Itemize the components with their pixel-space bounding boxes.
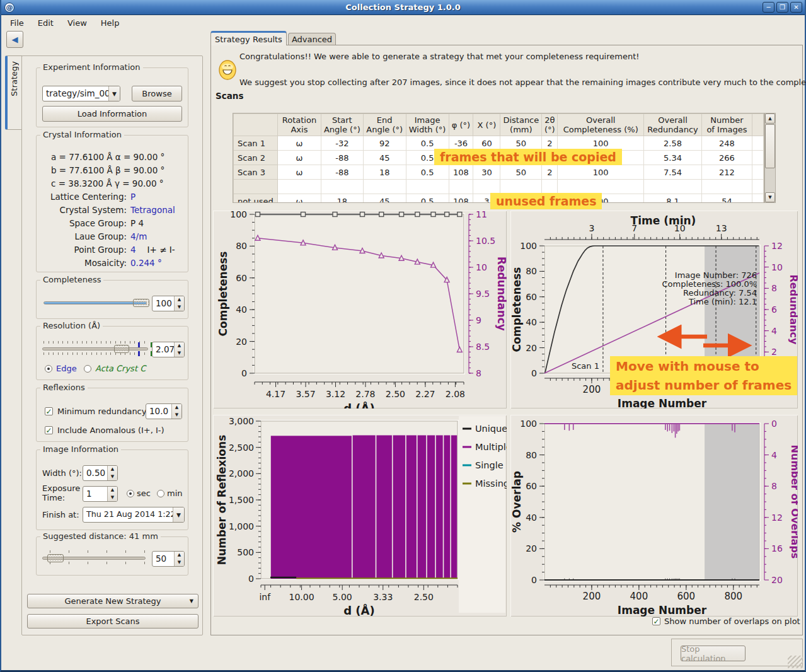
svg-text:20: 20 [526,343,537,353]
tab-strategy[interactable]: Strategy [5,55,22,130]
table-cell: 54 [702,194,752,204]
edge-radio-label[interactable]: Edge [56,364,77,373]
svg-text:Redundancy: 7.54: Redundancy: 7.54 [683,288,757,298]
svg-text:80: 80 [526,450,537,460]
distance-slider-handle[interactable] [47,554,64,562]
chevron-down-icon[interactable]: ▼ [173,507,184,522]
svg-text:8: 8 [476,368,481,378]
sec-radio-label[interactable]: sec [137,489,151,498]
table-row[interactable]: Scan 3ω-88180.5108305021007.54212 [234,165,764,180]
sec-radio[interactable] [127,490,134,497]
table-cell [321,180,363,194]
spin-arrows-icon[interactable]: ▲▼ [107,487,117,501]
exposure-spinbox[interactable]: 1 ▲▼ [83,486,118,502]
scans-heading: Scans [216,91,243,101]
width-label: Width (°): [42,468,82,478]
resolution-slider-track[interactable] [42,347,148,350]
acta-cryst-radio[interactable] [84,365,91,373]
resolution-spinbox[interactable]: 2.07 ▲▼ [152,342,185,357]
experiment-file-combo[interactable]: trategy/sim_001.x ▼ [42,86,120,101]
generate-new-strategy-button[interactable]: Generate New Strategy ▼ [27,594,199,608]
table-cell: 18 [363,165,406,180]
svg-text:9: 9 [476,315,481,325]
table-cell: 5.34 [644,151,702,165]
finish-at-label: Finish at: [42,510,79,519]
table-cell [752,136,763,151]
table-cell: 108 [449,194,473,204]
title-bar[interactable]: @ Collection Strategy 1.0.0 ─ ❐ ✕ [1,0,805,15]
group-title: Crystal Information [40,130,124,139]
scans-table-scrollbar[interactable]: ▲ ▼ [764,113,776,203]
annotation-unused-frames: unused frames [490,193,602,209]
smiley-icon [219,60,236,80]
min-radio[interactable] [157,490,164,497]
group-title: Suggested distance: 41 mm [40,531,161,541]
spin-arrows-icon[interactable]: ▲▼ [174,296,184,311]
scrollbar-thumb[interactable] [765,124,775,168]
spin-arrows-icon[interactable]: ▲▼ [174,552,184,566]
edge-marker [138,342,140,347]
tab-advanced[interactable]: Advanced [288,33,336,45]
menu-bar: File Edit View Help [3,16,803,30]
crystal-field-row: Mosaicity:0.244 ° [33,258,162,268]
tab-strategy-results[interactable]: Strategy Results [210,31,287,45]
menu-help[interactable]: Help [101,18,120,28]
min-radio-label[interactable]: min [167,489,183,498]
image-width-spinbox[interactable]: 0.50 ▲▼ [83,465,118,481]
column-header: Number of Images [702,114,752,136]
svg-text:20: 20 [236,337,247,347]
svg-text:20: 20 [771,575,783,585]
svg-text:60: 60 [526,481,537,491]
min-redundancy-spinbox[interactable]: 10.0 ▲▼ [146,403,182,419]
stop-calculation-button[interactable]: Stop calculation [681,646,746,661]
spin-arrows-icon[interactable]: ▲▼ [171,404,181,419]
svg-text:6: 6 [771,304,777,315]
close-button[interactable]: ✕ [790,2,802,13]
resolution-slider-handle[interactable] [114,345,129,353]
svg-text:Time (min): Time (min) [631,214,696,227]
table-cell [702,180,752,194]
export-scans-button[interactable]: Export Scans [27,614,199,629]
acta-cryst-radio-label[interactable]: Acta Cryst C [95,364,146,373]
completeness-slider-handle[interactable] [133,299,149,307]
scroll-up-icon[interactable]: ▲ [765,113,775,124]
spin-arrows-icon[interactable]: ▲▼ [174,342,184,357]
edge-marker [138,351,140,356]
svg-text:40: 40 [526,317,537,327]
menu-edit[interactable]: Edit [38,18,54,28]
table-cell: 50 [500,165,542,180]
spin-arrows-icon[interactable]: ▲▼ [107,466,117,480]
svg-text:40: 40 [526,513,537,523]
completeness-spinbox[interactable]: 100 ▲▼ [152,296,185,311]
svg-text:2: 2 [771,347,777,357]
maximize-button[interactable]: ❐ [776,2,788,13]
table-row[interactable] [234,180,764,194]
finish-at-combo[interactable]: Thu 21 Aug 2014 1:22 ▼ [83,507,185,523]
column-header: Rotation Axis [277,114,321,136]
svg-text:8: 8 [771,283,777,293]
svg-text:Multiple: Multiple [475,442,507,452]
completeness-slider-track[interactable] [43,301,147,304]
resize-grip[interactable] [788,656,803,668]
menu-view[interactable]: View [67,18,87,28]
min-redundancy-checkbox[interactable]: ✓ [45,407,53,415]
show-overlaps-checkbox[interactable]: ✓ [652,617,660,625]
menu-file[interactable]: File [10,18,24,28]
table-header-row: Rotation AxisStart Angle (°)End Angle (°… [234,114,764,136]
svg-text:600: 600 [677,591,696,602]
table-cell: 212 [702,165,752,180]
group-title: Resolution (Å) [40,321,103,330]
anomalous-checkbox[interactable]: ✓ [45,426,53,434]
browse-button[interactable]: Browse [132,86,182,101]
distance-spinbox[interactable]: 50 ▲▼ [152,551,185,567]
edge-radio[interactable] [45,365,52,373]
table-cell [473,180,500,194]
svg-text:Unique: Unique [475,424,507,434]
svg-text:d (Å): d (Å) [343,401,375,408]
crystal-field-row: Crystal System:Tetragonal [33,205,175,215]
chevron-down-icon[interactable]: ▼ [108,86,120,101]
load-information-button[interactable]: Load Information [42,106,182,122]
minimize-button[interactable]: ─ [763,2,774,13]
scroll-down-icon[interactable]: ▼ [765,192,775,202]
collapse-sidebar-button[interactable]: ◀ [6,31,23,48]
